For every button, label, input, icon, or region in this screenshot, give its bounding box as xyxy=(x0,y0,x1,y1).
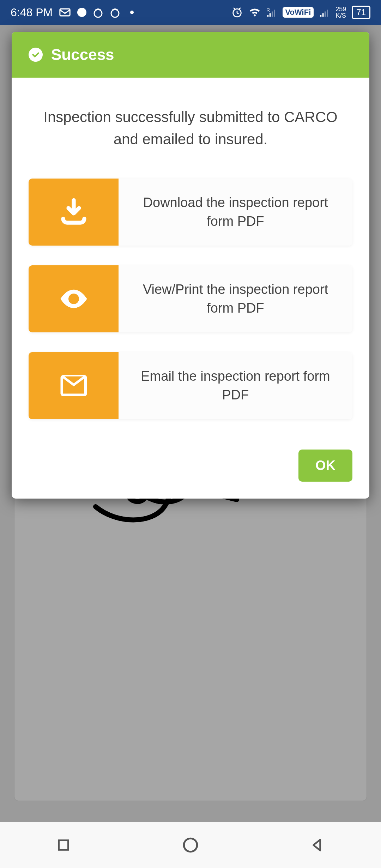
svg-text:R: R xyxy=(266,7,270,13)
app-icon-1 xyxy=(93,7,103,18)
recent-apps-button[interactable] xyxy=(53,834,74,856)
svg-rect-9 xyxy=(272,12,273,17)
status-left: 6:48 PM xyxy=(11,6,134,19)
svg-rect-0 xyxy=(60,9,70,16)
svg-point-4 xyxy=(130,11,134,14)
svg-rect-12 xyxy=(322,13,324,17)
gmail-icon xyxy=(59,6,71,18)
svg-rect-10 xyxy=(274,10,275,17)
eye-icon xyxy=(29,265,119,332)
navigation-bar xyxy=(0,822,381,868)
email-pdf-button[interactable]: Email the inspection report form PDF xyxy=(29,352,352,419)
speed-value: 259 xyxy=(335,6,346,13)
svg-point-1 xyxy=(77,8,86,17)
network-speed: 259 K/S xyxy=(335,6,346,19)
status-right: R VoWiFi 259 K/S 71 xyxy=(231,6,370,19)
svg-point-2 xyxy=(94,10,102,17)
app-icon-2 xyxy=(110,7,120,18)
battery-indicator: 71 xyxy=(352,6,370,19)
svg-point-3 xyxy=(111,10,119,17)
dialog-message: Inspection successfully submitted to CAR… xyxy=(29,106,352,150)
download-pdf-button[interactable]: Download the inspection report form PDF xyxy=(29,179,352,246)
vowifi-badge: VoWiFi xyxy=(283,7,314,18)
dialog-title: Success xyxy=(51,46,114,64)
speed-unit: K/S xyxy=(336,12,346,19)
back-button[interactable] xyxy=(307,834,328,856)
signal-r-icon: R xyxy=(266,7,277,18)
svg-point-17 xyxy=(184,838,197,852)
dialog-footer: OK xyxy=(29,439,352,482)
check-circle-icon xyxy=(29,48,43,62)
home-button[interactable] xyxy=(180,834,201,856)
svg-rect-8 xyxy=(269,13,271,17)
ok-button[interactable]: OK xyxy=(298,450,352,482)
svg-rect-11 xyxy=(320,15,322,17)
dot-icon xyxy=(77,8,86,17)
view-print-label: View/Print the inspection report form PD… xyxy=(119,265,352,332)
success-dialog: Success Inspection successfully submitte… xyxy=(12,32,369,499)
view-print-pdf-button[interactable]: View/Print the inspection report form PD… xyxy=(29,265,352,332)
svg-rect-7 xyxy=(267,15,268,17)
content-area: Date inspection performed : 05/31/2024 I… xyxy=(0,25,381,822)
svg-point-15 xyxy=(72,297,78,303)
dialog-body: Inspection successfully submitted to CAR… xyxy=(12,78,369,499)
svg-rect-16 xyxy=(59,840,68,850)
status-bar: 6:48 PM R VoWiFi 259 xyxy=(0,0,381,25)
download-icon xyxy=(29,179,119,246)
email-label: Email the inspection report form PDF xyxy=(119,352,352,419)
alarm-icon xyxy=(231,6,243,18)
download-label: Download the inspection report form PDF xyxy=(119,179,352,246)
dialog-header: Success xyxy=(12,32,369,78)
signal-icon xyxy=(319,7,330,18)
wifi-icon xyxy=(249,6,261,18)
svg-rect-13 xyxy=(325,12,326,17)
mail-icon xyxy=(29,352,119,419)
svg-rect-14 xyxy=(327,10,328,17)
status-time: 6:48 PM xyxy=(11,6,53,19)
small-dot-icon xyxy=(130,11,134,14)
